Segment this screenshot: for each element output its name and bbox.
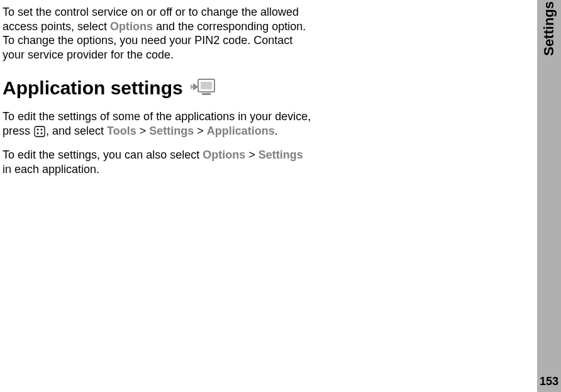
options-ref-2: Options — [203, 148, 245, 161]
page-number: 153 — [540, 375, 558, 388]
svg-rect-1 — [201, 82, 212, 89]
paragraph-2: To edit the settings of some of the appl… — [3, 109, 314, 138]
svg-rect-2 — [202, 93, 211, 95]
document-page: To set the control service on or off or … — [0, 0, 561, 392]
gt-1: > — [136, 125, 150, 137]
para2-text-2: , and select — [46, 125, 107, 137]
svg-point-5 — [41, 128, 43, 130]
paragraph-3: To edit the settings, you can also selec… — [3, 148, 314, 176]
para3-text-2: in each application. — [3, 163, 99, 176]
heading-row: Application settings — [3, 76, 314, 101]
application-settings-icon — [189, 76, 217, 101]
sidebar-label: Settings — [541, 1, 557, 56]
section-heading: Application settings — [3, 77, 183, 99]
svg-point-4 — [37, 128, 39, 130]
gt-3: > — [245, 148, 258, 161]
svg-rect-3 — [35, 126, 45, 137]
gt-2: > — [194, 125, 207, 137]
settings-ref: Settings — [149, 125, 194, 137]
options-ref: Options — [110, 20, 153, 33]
intro-paragraph: To set the control service on or off or … — [3, 5, 314, 62]
content-column: To set the control service on or off or … — [0, 0, 314, 176]
home-key-icon — [33, 125, 46, 138]
sidebar-tab: Settings 153 — [537, 0, 561, 392]
svg-point-7 — [41, 132, 43, 134]
tools-ref: Tools — [107, 125, 136, 137]
para3-text-1: To edit the settings, you can also selec… — [3, 148, 203, 161]
settings-ref-2: Settings — [258, 148, 303, 161]
svg-point-6 — [37, 132, 39, 134]
applications-ref: Applications — [207, 125, 275, 137]
para2-text-3: . — [275, 125, 278, 137]
